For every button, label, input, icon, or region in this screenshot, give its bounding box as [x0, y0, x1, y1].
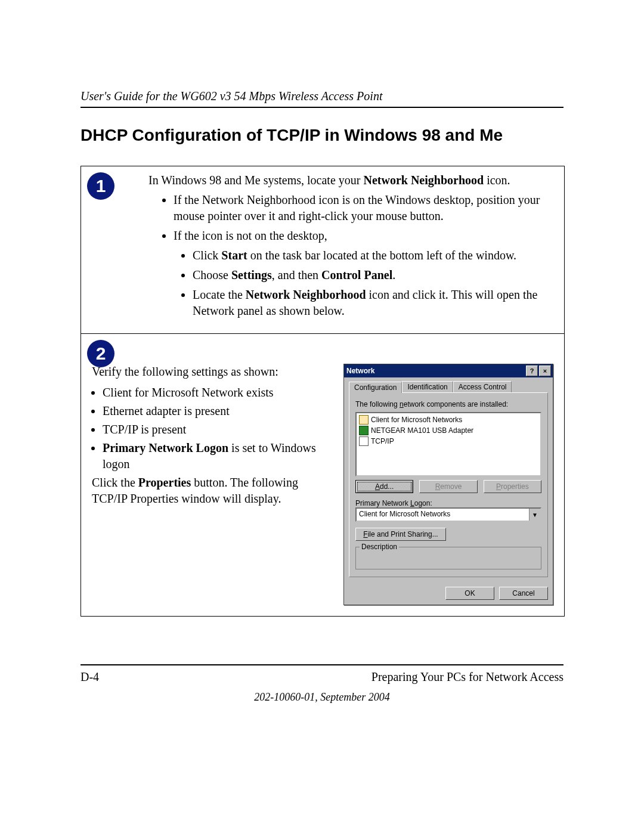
accel-key: L — [410, 499, 414, 507]
list-item: Locate the Network Neighborhood icon and… — [193, 287, 553, 319]
accel-key: F — [363, 530, 367, 538]
list-item: TCP/IP is present — [103, 422, 332, 438]
text: emove — [440, 482, 462, 491]
text-bold: Properties — [138, 476, 191, 489]
primary-logon-label: Primary Network Logon: — [355, 499, 541, 507]
step-2-para2: Click the Properties button. The followi… — [92, 475, 332, 507]
list-item[interactable]: NETGEAR MA101 USB Adapter — [358, 425, 539, 436]
accel-key: R — [435, 482, 441, 491]
text-bold: Network Neighborhood — [246, 288, 366, 301]
ok-button[interactable]: OK — [445, 587, 494, 600]
text: Locate the — [193, 288, 246, 301]
text: In Windows 98 and Me systems, locate you… — [148, 174, 363, 187]
close-button[interactable]: × — [539, 366, 551, 376]
step-2-bullets: Client for Microsoft Network exists Ethe… — [92, 385, 332, 472]
text-bold: Network Neighborhood — [363, 174, 484, 187]
tab-access-control[interactable]: Access Control — [453, 381, 512, 392]
protocol-icon — [359, 436, 369, 446]
list-item[interactable]: Client for Microsoft Networks — [358, 414, 539, 425]
step-1: 1 In Windows 98 and Me systems, locate y… — [81, 166, 564, 333]
components-listbox[interactable]: Client for Microsoft Networks NETGEAR MA… — [355, 412, 541, 476]
network-dialog: Network ? × Configuration Identification… — [343, 364, 553, 605]
text: If the icon is not on the desktop, — [174, 229, 327, 242]
steps-frame: 1 In Windows 98 and Me systems, locate y… — [80, 166, 565, 617]
dialog-titlebar: Network ? × — [344, 364, 553, 377]
primary-logon-select[interactable]: Client for Microsoft Networks ▼ — [355, 507, 541, 522]
list-item: Click Start on the task bar located at t… — [193, 247, 553, 264]
add-button[interactable]: Add... — [355, 480, 413, 493]
description-fieldset: Description — [355, 547, 541, 569]
text: The following — [355, 400, 400, 408]
step-1-bullets: If the Network Neighborhood icon is on t… — [148, 192, 553, 319]
text-bold: Start — [221, 249, 247, 262]
step-2-badge: 2 — [87, 340, 114, 367]
section-title: DHCP Configuration of TCP/IP in Windows … — [80, 126, 564, 145]
component-label: TCP/IP — [371, 437, 394, 445]
tab-strip: Configuration Identification Access Cont… — [349, 381, 548, 392]
list-item: If the icon is not on the desktop, Click… — [174, 228, 553, 319]
tab-panel-configuration: The following network components are ins… — [349, 392, 548, 577]
text: roperties — [501, 482, 529, 491]
adapter-icon — [359, 426, 369, 435]
text: ile and Print Sharing... — [368, 530, 438, 538]
component-label: Client for Microsoft Networks — [371, 416, 462, 424]
step-1-sub-bullets: Click Start on the task bar located at t… — [174, 247, 553, 319]
tab-configuration[interactable]: Configuration — [349, 382, 402, 393]
accel-key: n — [400, 400, 404, 408]
step-1-badge: 1 — [87, 172, 114, 200]
text: on the task bar located at the bottom le… — [247, 249, 516, 262]
cancel-button[interactable]: Cancel — [499, 587, 548, 600]
list-item[interactable]: TCP/IP — [358, 436, 539, 447]
text: icon. — [484, 174, 510, 187]
file-print-sharing-button[interactable]: File and Print Sharing... — [355, 528, 446, 541]
text: , and then — [272, 268, 321, 281]
step-1-intro: In Windows 98 and Me systems, locate you… — [148, 172, 553, 188]
text: etwork components are installed: — [404, 400, 508, 408]
step-2-intro: Verify the following settings as shown: — [92, 364, 332, 380]
accel-key: A — [375, 482, 380, 491]
footer-section-title: Preparing Your PCs for Network Access — [371, 670, 564, 684]
page-footer: D-4 Preparing Your PCs for Network Acces… — [80, 664, 564, 684]
text: Click the — [92, 476, 138, 489]
description-legend: Description — [360, 543, 399, 551]
text-bold: Control Panel — [321, 268, 392, 281]
list-item: Primary Network Logon is set to Windows … — [103, 440, 332, 472]
remove-button[interactable]: Remove — [419, 480, 477, 493]
step-2-text: Verify the following settings as shown: … — [92, 364, 332, 512]
running-header: User's Guide for the WG602 v3 54 Mbps Wi… — [80, 89, 564, 103]
help-button[interactable]: ? — [526, 366, 538, 376]
text: . — [392, 268, 395, 281]
list-item: Choose Settings, and then Control Panel. — [193, 267, 553, 283]
step-2: 2 Verify the following settings as shown… — [81, 333, 564, 616]
header-rule — [80, 107, 564, 108]
text: Primary Network — [355, 499, 410, 507]
components-label: The following network components are ins… — [355, 400, 541, 408]
properties-button[interactable]: Properties — [484, 480, 541, 493]
list-item: Client for Microsoft Network exists — [103, 385, 332, 401]
client-icon — [359, 415, 369, 425]
page-number: D-4 — [80, 670, 99, 684]
text: ogon: — [414, 499, 432, 507]
list-item: Ethernet adapter is present — [103, 403, 332, 419]
text-bold: Primary Network Logon — [103, 441, 228, 454]
text: Click — [193, 249, 221, 262]
footer-docinfo: 202-10060-01, September 2004 — [80, 691, 564, 704]
tab-identification[interactable]: Identification — [402, 381, 453, 392]
primary-logon-value: Client for Microsoft Networks — [357, 509, 529, 521]
component-label: NETGEAR MA101 USB Adapter — [371, 426, 473, 435]
text: Choose — [193, 268, 231, 281]
accel-key: P — [496, 482, 501, 491]
step-1-body: In Windows 98 and Me systems, locate you… — [148, 172, 553, 319]
dialog-title: Network — [346, 367, 374, 375]
chevron-down-icon: ▼ — [529, 509, 540, 521]
text-bold: Settings — [231, 268, 272, 281]
list-item: If the Network Neighborhood icon is on t… — [174, 192, 553, 224]
text: dd... — [380, 482, 394, 491]
